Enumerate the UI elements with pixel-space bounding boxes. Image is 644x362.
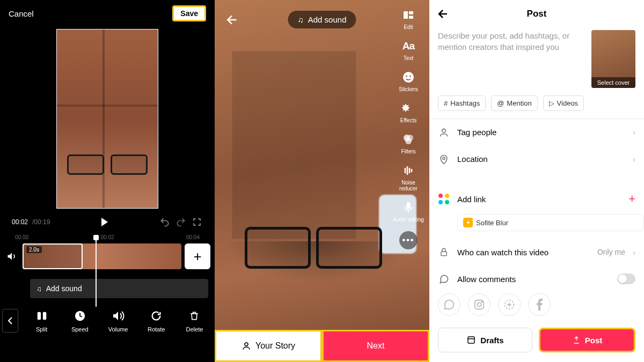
story-share[interactable] [498,293,521,316]
comments-toggle[interactable] [617,274,635,284]
add-clip-button[interactable]: + [185,243,210,269]
svg-point-17 [477,302,481,306]
music-note-icon: ♫ [298,15,304,24]
facebook-share[interactable] [528,293,551,316]
svg-rect-11 [407,203,410,209]
text-tool[interactable]: AaText [393,39,424,61]
next-button[interactable]: Next [322,330,429,362]
page-title: Post [527,9,547,19]
play-icon: ▷ [549,99,554,107]
instagram-share[interactable] [468,293,491,316]
comments-row[interactable]: Allow comments [429,265,644,292]
svg-point-18 [481,301,482,302]
undo-button[interactable] [159,216,171,228]
total-time: /00:19 [32,218,50,226]
music-note-icon: ♫ [36,285,42,293]
video-preview[interactable] [56,29,158,209]
description-input[interactable]: Describe your post, add hashtags, or men… [438,30,585,88]
clip-duration: 2.0s [26,246,42,253]
plus-icon: + [628,192,635,206]
filters-tool[interactable]: Filters [393,132,424,154]
hashtags-chip[interactable]: #Hashtags [438,95,486,111]
current-time: 00:02 [12,218,28,226]
your-story-button[interactable]: Your Story [215,330,322,362]
svg-point-5 [403,72,414,83]
svg-rect-15 [441,252,447,256]
chevron-right-icon: › [633,154,635,164]
select-cover-label: Select cover [591,77,635,88]
add-sound-button[interactable]: ♫ Add sound [288,11,356,28]
drafts-button[interactable]: Drafts [438,328,532,352]
delete-tool[interactable]: Delete [177,309,213,333]
mention-chip[interactable]: @Mention [491,95,537,111]
whatsapp-share[interactable] [438,293,460,316]
svg-point-14 [443,157,445,159]
save-button[interactable]: Save [172,5,206,21]
effects-tool[interactable]: Effects [393,101,424,123]
cover-selector[interactable]: Select cover [591,30,635,88]
mention-icon: @ [497,99,504,107]
tick-label: 00:00 [15,234,28,240]
location-icon [438,154,450,165]
lock-icon [438,247,450,257]
preview-screen: ♫ Add sound Edit AaText Stickers Effects… [215,0,429,362]
rotate-tool[interactable]: Rotate [138,309,174,333]
speed-tool[interactable]: Speed [62,309,98,333]
location-row[interactable]: Location › [429,146,644,173]
noise-reducer-tool[interactable]: Noise reducer [393,163,424,191]
split-tool[interactable]: Split [24,309,60,333]
svg-point-7 [409,76,411,77]
svg-point-6 [406,76,407,77]
chevron-right-icon: › [633,128,635,137]
editor-screen: Cancel Save 00:02/00:19 00:00 00:02 00:0… [0,0,215,362]
tick-label: 00:02 [100,234,114,240]
redo-button[interactable] [175,216,187,228]
svg-rect-3 [404,11,408,19]
svg-rect-0 [37,312,40,320]
post-screen: Post Describe your post, add hashtags, o… [429,0,644,362]
stickers-tool[interactable]: Stickers [393,70,424,92]
audio-editing-tool[interactable]: Audio editing [393,200,424,223]
add-sound-bar[interactable]: ♫ Add sound [30,279,208,298]
videos-chip[interactable]: ▷Videos [543,95,584,111]
play-button[interactable] [99,216,111,228]
volume-tool[interactable]: Volume [100,309,136,333]
mute-toggle[interactable] [4,249,19,264]
playhead[interactable] [96,237,97,307]
svg-point-12 [245,343,248,346]
edit-tool[interactable]: Edit [393,8,424,30]
comment-icon [438,274,450,284]
more-tools-button[interactable]: ••• [399,231,418,249]
tick-label: 00:04 [186,234,200,240]
link-icon [438,194,449,204]
post-button[interactable]: Post [539,328,635,352]
add-link-row[interactable]: Add link + [429,184,644,214]
privacy-value: Only me [597,248,625,256]
person-icon [438,127,450,138]
back-chevron[interactable] [2,309,18,333]
fullscreen-button[interactable] [191,216,203,228]
svg-rect-1 [42,312,46,320]
back-button[interactable] [437,8,450,20]
cancel-button[interactable]: Cancel [9,9,34,18]
hashtag-icon: # [444,99,448,107]
tag-people-row[interactable]: Tag people › [429,119,644,146]
back-button[interactable] [225,13,239,27]
svg-rect-20 [468,337,474,343]
svg-point-10 [405,138,412,144]
privacy-row[interactable]: Who can watch this video Only me › [429,239,644,265]
svg-point-13 [442,129,446,132]
chevron-right-icon: › [633,248,635,257]
timeline-clip[interactable]: 2.0s [23,243,181,269]
sparkle-icon: ✦ [463,218,473,227]
link-chip[interactable]: ✦Sofite Blur [457,214,644,231]
